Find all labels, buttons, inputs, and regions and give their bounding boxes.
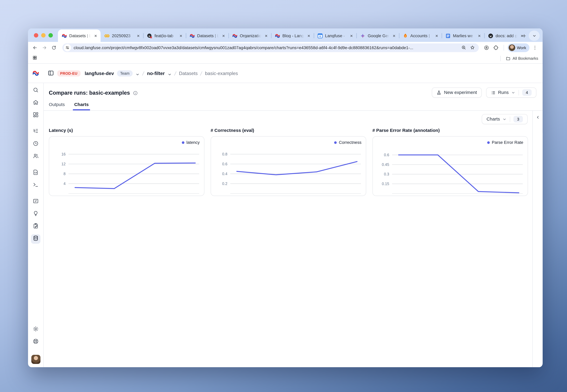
tab-close-icon[interactable]	[391, 33, 397, 38]
tab-title: Blog - Lang	[283, 34, 304, 38]
clipboard-pen-icon	[33, 223, 39, 230]
project-name[interactable]: no-filter	[147, 70, 165, 76]
tab-list: Datasets | L20250923feat(io-tabDatasets …	[58, 28, 518, 42]
breadcrumb-datasets-link[interactable]: Datasets	[179, 70, 198, 76]
project-chevron-down-icon[interactable]	[168, 71, 171, 75]
tab-close-icon[interactable]	[306, 33, 312, 38]
sidebar-item-prompts[interactable]	[31, 168, 41, 178]
chevron-down-icon	[511, 91, 515, 95]
tab-close-icon[interactable]	[477, 33, 482, 38]
sidebar-item-insights[interactable]	[31, 210, 41, 219]
tab-title: feat(io-tab	[155, 34, 176, 38]
breadcrumb-separator: /	[142, 70, 145, 76]
search-icon	[33, 87, 39, 94]
browser-menu-icon[interactable]	[531, 43, 539, 52]
tab-close-icon[interactable]	[178, 33, 184, 38]
tab-close-icon[interactable]	[263, 33, 269, 38]
forward-button[interactable]	[40, 43, 48, 52]
chart-block: # Correctness (eval) Correctness 0.20.40…	[211, 128, 366, 196]
back-button[interactable]	[31, 43, 39, 52]
url-text[interactable]: cloud.langfuse.com/project/cmfwgv8fx002o…	[74, 45, 458, 50]
chart-card[interactable]: latency 481216	[49, 136, 205, 196]
view-tabs: Outputs Charts	[44, 98, 543, 110]
window-close-button[interactable]	[34, 33, 38, 37]
chart-plot: 0.20.40.60.8	[211, 137, 366, 196]
org-chevron-down-icon[interactable]	[136, 71, 140, 75]
file-code-icon	[33, 169, 39, 177]
gemini-favicon-icon	[360, 33, 366, 38]
breadcrumb-current-item[interactable]: basic-examples	[205, 70, 238, 76]
svg-text:6: 6	[319, 35, 321, 38]
extensions-puzzle-icon[interactable]	[492, 43, 500, 52]
sidebar-item-home[interactable]	[31, 98, 41, 108]
tab-charts[interactable]: Charts	[74, 102, 89, 110]
toolbar-divider	[503, 45, 504, 51]
browser-tab[interactable]: Marlies we	[442, 29, 484, 42]
sidebar-item-dashboards[interactable]	[31, 111, 41, 120]
zoom-icon[interactable]	[460, 44, 467, 51]
environment-badge[interactable]: PROD-EU	[57, 70, 80, 76]
sidebar-item-support[interactable]	[31, 337, 41, 347]
github-favicon-icon	[488, 33, 493, 38]
chart-card[interactable]: Correctness 0.20.40.60.8	[211, 136, 366, 196]
browser-tab[interactable]: Datasets | L	[58, 29, 101, 42]
langfuse-favicon-icon	[190, 33, 195, 38]
profile-chip[interactable]: Work	[507, 43, 529, 52]
user-avatar[interactable]	[31, 355, 40, 364]
browser-tab[interactable]: Google Ger	[356, 29, 399, 42]
browser-tab[interactable]: Datasets | L	[186, 29, 228, 42]
tab-close-icon[interactable]	[221, 33, 226, 38]
new-experiment-button[interactable]: New experiment	[432, 87, 482, 98]
tab-close-icon[interactable]	[519, 33, 525, 38]
browser-window: Datasets | L20250923feat(io-tabDatasets …	[28, 28, 542, 367]
charts-selector-button[interactable]: Charts 3	[482, 114, 528, 124]
tracing-icon	[33, 128, 39, 136]
tab-close-icon[interactable]	[349, 33, 354, 38]
sidebar-item-users[interactable]	[31, 152, 41, 161]
app-header: PROD-EU langfuse-dev Team / no-filter / …	[28, 64, 542, 83]
sidebar-item-evaluation[interactable]	[31, 197, 41, 207]
tab-close-icon[interactable]	[136, 33, 141, 38]
all-bookmarks[interactable]: All Bookmarks	[500, 56, 538, 61]
window-minimize-button[interactable]	[41, 33, 45, 37]
bookmark-star-icon[interactable]	[469, 44, 476, 51]
breadcrumb-separator: /	[200, 70, 203, 76]
tab-close-icon[interactable]	[434, 33, 439, 38]
desktop: Datasets | L20250923feat(io-tabDatasets …	[0, 0, 567, 392]
browser-tab[interactable]: 20250923	[101, 29, 143, 42]
sidebar-toggle-icon[interactable]	[48, 70, 54, 76]
sidebar-item-tracing[interactable]	[31, 127, 41, 137]
list-icon	[491, 90, 496, 95]
sidebar-item-settings[interactable]	[31, 325, 41, 335]
svg-text:12: 12	[61, 162, 66, 166]
browser-tab[interactable]: Accounts |	[399, 29, 442, 42]
browser-tab[interactable]: feat(io-tab	[143, 29, 186, 42]
browser-tab[interactable]: Blog - Lang	[271, 29, 314, 42]
tab-search-chevron[interactable]	[529, 30, 540, 41]
browser-tab[interactable]: Organizatio	[228, 29, 271, 42]
address-bar[interactable]: cloud.langfuse.com/project/cmfwgv8fx002o…	[62, 43, 479, 52]
reload-button[interactable]	[50, 43, 58, 52]
sidebar-item-playground[interactable]	[31, 181, 41, 190]
window-zoom-button[interactable]	[48, 33, 53, 37]
org-name[interactable]: langfuse-dev	[85, 70, 114, 76]
sidebar-item-sessions[interactable]	[31, 140, 41, 149]
langfuse-logo-icon[interactable]	[28, 70, 43, 77]
tab-outputs[interactable]: Outputs	[49, 102, 65, 110]
chart-plot: 481216	[49, 137, 204, 196]
browser-tab[interactable]: 6Langfuse -	[314, 29, 356, 42]
notes-favicon-icon	[445, 33, 451, 38]
password-manager-icon[interactable]	[482, 43, 490, 52]
collapse-chevron-left-icon[interactable]	[536, 114, 540, 367]
info-icon[interactable]	[133, 90, 138, 95]
browser-tab[interactable]: docs: add g	[484, 29, 527, 42]
apps-grid-icon[interactable]	[32, 55, 37, 62]
site-settings-icon[interactable]	[64, 44, 71, 51]
sidebar-item-annotation[interactable]	[31, 222, 41, 231]
tab-close-icon[interactable]	[93, 33, 98, 38]
chart-card[interactable]: Parse Error Rate 0.150.30.450.6	[372, 136, 528, 196]
runs-selector-button[interactable]: Runs 4	[486, 87, 537, 98]
page-header: Compare runs: basic-examples New experim…	[44, 83, 543, 98]
sidebar-item-datasets[interactable]	[31, 234, 41, 244]
sidebar-item-search[interactable]	[31, 86, 41, 96]
